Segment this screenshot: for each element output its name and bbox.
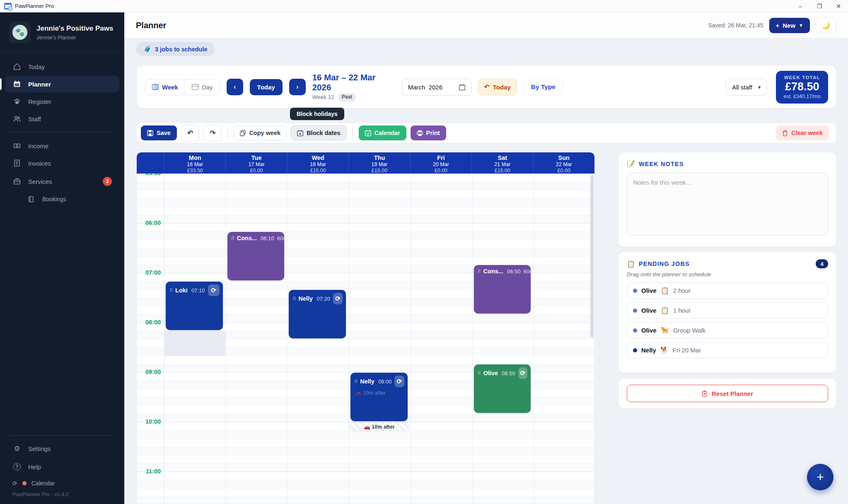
copy-week-button[interactable]: Copy week: [234, 125, 287, 140]
new-button[interactable]: + New ▼: [769, 18, 810, 33]
recurring-icon[interactable]: ⟳: [333, 293, 343, 304]
sidebar-item-today[interactable]: Today: [5, 58, 119, 75]
theme-toggle-button[interactable]: 🌙: [816, 17, 836, 33]
sidebar-item-staff[interactable]: Staff: [5, 111, 119, 127]
drag-handle-icon[interactable]: ⠿: [478, 371, 481, 376]
sidebar-item-calendar-status[interactable]: ⟳ Calendar: [5, 476, 119, 491]
view-toggle-day[interactable]: Day: [185, 80, 220, 95]
day-view-icon: [192, 84, 198, 90]
sidebar-item-help[interactable]: ?Help: [5, 458, 119, 475]
drag-handle-icon[interactable]: ⠿: [231, 236, 234, 241]
day-header-fri[interactable]: Fri20 Mar£0.00: [410, 152, 471, 174]
job-description: 2 hour: [673, 287, 691, 294]
next-week-button[interactable]: ›: [289, 79, 306, 95]
maximize-icon: ❐: [817, 3, 822, 10]
reset-planner-button[interactable]: Reset Planner: [627, 385, 828, 402]
calendar-event-loki[interactable]: ⠿Loki07:10⟳: [166, 282, 223, 330]
calendar-event-cons[interactable]: ⠿Cons...06:1060m: [227, 232, 285, 280]
redo-button[interactable]: ↷: [203, 125, 222, 142]
profile-block[interactable]: 🐾 Jennie's Positive Paws Jennie's Planne…: [0, 12, 124, 52]
day-header-tue[interactable]: Tue17 Mar£0.00: [225, 152, 287, 174]
recurring-icon[interactable]: ⟳: [518, 367, 528, 379]
sidebar-item-planner[interactable]: Planner: [5, 76, 119, 92]
event-time: 06:50: [507, 268, 521, 275]
print-button[interactable]: Print: [411, 125, 446, 140]
job-pet-name: Olive: [641, 287, 657, 294]
pending-job-olive-2[interactable]: Olive🦮Group Walk: [627, 322, 828, 338]
day-header-thu[interactable]: Thu19 Mar£15.00: [348, 152, 410, 174]
undo-button[interactable]: ↶: [181, 125, 199, 142]
column-separator: [411, 174, 411, 504]
day-header-sun[interactable]: Sun22 Mar£0.00: [533, 152, 594, 174]
minimize-button[interactable]: –: [791, 0, 810, 12]
planner-action-bar: Save ↶ ↷ Copy week Block dates Calendar …: [136, 123, 837, 143]
calendar-event-nelly[interactable]: ⠿Nelly07:20⟳: [289, 290, 346, 338]
briefcase-icon: [12, 178, 22, 185]
sidebar-nav: TodayPlannerRegisterStaffIncomeInvoicesS…: [0, 52, 124, 207]
sidebar-item-label: Invoices: [28, 160, 51, 167]
save-button[interactable]: Save: [141, 125, 177, 140]
day-header-sat[interactable]: Sat21 Mar£15.00: [471, 152, 533, 174]
pending-job-nelly-3[interactable]: Nelly🐕Fri 20 Mar: [627, 342, 828, 358]
org-subtitle: Jennie's Planner: [36, 34, 113, 41]
job-pet-name: Olive: [641, 307, 657, 314]
sidebar-item-invoices[interactable]: Invoices: [5, 155, 119, 171]
gear-icon: ⚙: [12, 444, 22, 453]
recurring-icon[interactable]: ⟳: [394, 376, 404, 387]
people-icon: [12, 115, 22, 123]
prev-week-button[interactable]: ‹: [227, 79, 243, 95]
close-button[interactable]: ✕: [829, 0, 848, 12]
calendar-event-cons[interactable]: ⠿Cons...06:5060m: [474, 265, 531, 313]
column-separator: [226, 174, 226, 504]
staff-filter-select[interactable]: All staff ▾: [726, 79, 767, 96]
recurring-icon[interactable]: ⟳: [208, 285, 220, 296]
day-header-mon[interactable]: Mon16 Mar£33.50: [164, 152, 225, 174]
day-total: £0.00: [226, 168, 287, 174]
add-booking-fab[interactable]: +: [807, 464, 834, 490]
past-badge: Past: [338, 93, 355, 101]
drag-handle-icon[interactable]: ⠿: [354, 379, 357, 384]
sidebar-item-settings[interactable]: ⚙Settings: [5, 440, 119, 458]
calendar-sync-button[interactable]: Calendar: [359, 125, 406, 140]
week-notes-input[interactable]: [627, 173, 828, 236]
window-title: PawPlanner Pro: [15, 3, 54, 9]
day-header-wed[interactable]: Wed18 Mar£15.00: [287, 152, 348, 174]
calendar-scrollbar-thumb[interactable]: [590, 175, 594, 338]
view-toggle-week[interactable]: Week: [145, 80, 185, 95]
calendar-event-nelly[interactable]: ⠿Nelly09:00⟳🚗 10m after: [350, 373, 408, 421]
event-time: 07:20: [316, 296, 330, 302]
block-dates-button[interactable]: Block dates: [291, 125, 346, 140]
printer-icon: [417, 130, 423, 136]
month-picker-input[interactable]: March 2026: [402, 79, 471, 96]
reset-planner-card: Reset Planner: [618, 378, 837, 409]
drag-handle-icon[interactable]: ⠿: [292, 296, 295, 301]
calendar-day-headers: Mon16 Mar£33.50Tue17 Mar£0.00Wed18 Mar£1…: [137, 152, 594, 174]
close-icon: ✕: [836, 3, 841, 10]
clear-week-button[interactable]: Clear week: [776, 125, 829, 140]
jobs-banner[interactable]: 🧳 3 jobs to schedule: [136, 42, 215, 56]
by-type-button[interactable]: By Type: [524, 79, 563, 95]
event-title: Cons...: [483, 268, 503, 275]
sidebar-item-income[interactable]: Income: [5, 137, 119, 154]
sidebar-item-services[interactable]: Services3: [5, 172, 119, 191]
drag-handle-icon[interactable]: ⠿: [169, 288, 172, 293]
drag-handle-icon[interactable]: ⠿: [478, 269, 481, 274]
window-titlebar: PawPlanner Pro – ❐ ✕: [0, 0, 848, 12]
day-name: Mon: [164, 154, 225, 161]
today-button[interactable]: Today: [250, 79, 283, 95]
planner-toolbar: Week Day ‹ Today › 16 Mar – 22 Mar 2026 …: [136, 65, 837, 109]
sidebar-divider: [9, 132, 115, 133]
minimize-icon: –: [799, 3, 802, 10]
sidebar: 🐾 Jennie's Positive Paws Jennie's Planne…: [0, 12, 124, 504]
day-name: Fri: [411, 154, 471, 161]
view-toggle: Week Day: [145, 79, 220, 95]
pending-job-olive-1[interactable]: Olive📋1 hour: [627, 302, 828, 318]
calendar-event-olive[interactable]: ⠿Olive08:50⟳: [474, 364, 531, 413]
sidebar-item-bookings[interactable]: Bookings: [5, 191, 119, 207]
maximize-button[interactable]: ❐: [810, 0, 829, 12]
sidebar-item-register[interactable]: Register: [5, 93, 119, 110]
pending-job-olive-0[interactable]: Olive📋2 hour: [627, 282, 828, 299]
plus-icon: +: [776, 22, 780, 29]
jump-to-today-button[interactable]: ↶ Today: [478, 79, 517, 95]
calendar-body[interactable]: 05:0006:0007:0008:0009:0010:0011:00🚗 10m…: [137, 174, 594, 504]
